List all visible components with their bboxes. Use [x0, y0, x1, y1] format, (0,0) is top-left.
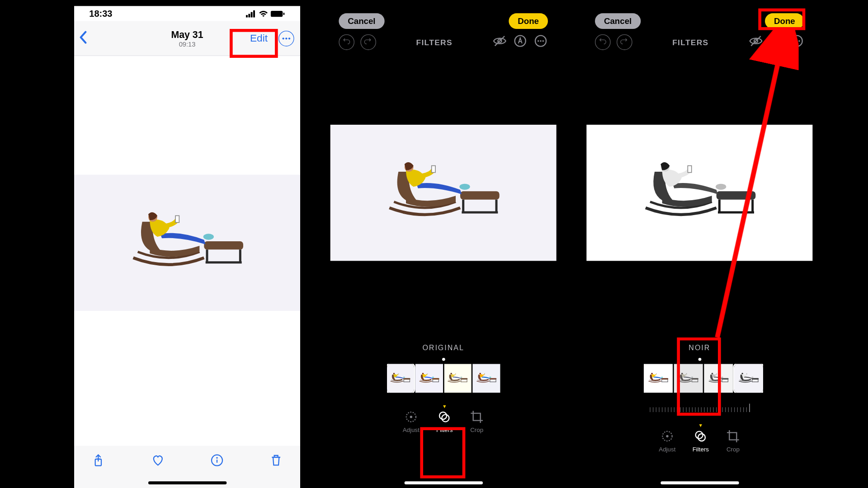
filter-strip[interactable]	[330, 364, 557, 393]
tab-crop[interactable]: Crop	[726, 429, 740, 452]
markup-button[interactable]	[769, 34, 783, 51]
undo-button[interactable]	[339, 34, 354, 50]
crop-icon	[726, 429, 740, 443]
caret-icon: ▼	[698, 423, 703, 428]
editor-photo-area[interactable]	[586, 54, 812, 331]
photos-viewer-screen: 18:33 May 31 09:13 Edit	[74, 6, 300, 488]
tab-filters-label: Filters	[436, 427, 453, 433]
crop-icon	[470, 410, 484, 424]
editor-photo-area[interactable]	[330, 54, 557, 331]
editor-screen-noir: Cancel Done FILTERS NOIR	[586, 6, 812, 488]
undo-icon	[342, 38, 351, 47]
favorite-button[interactable]	[150, 453, 166, 470]
chevron-left-icon	[79, 30, 88, 43]
filters-icon	[437, 410, 452, 424]
adjust-icon	[660, 429, 675, 443]
editor-tabs: Adjust ▼ Filters Crop	[330, 410, 557, 433]
editor-subheader: FILTERS	[330, 30, 557, 54]
editor-photo	[330, 125, 557, 261]
tab-adjust-label: Adjust	[403, 427, 420, 433]
ellipsis-icon	[282, 37, 291, 39]
filter-thumb-silvertone[interactable]	[704, 364, 733, 393]
filter-thumb-vivid[interactable]	[415, 364, 443, 393]
tab-adjust[interactable]: Adjust	[403, 410, 420, 433]
status-icons	[246, 10, 285, 17]
filter-thumb-noir[interactable]	[734, 364, 763, 393]
status-time: 18:33	[89, 9, 112, 19]
more-button[interactable]	[533, 34, 548, 51]
editor-subheader: FILTERS	[586, 30, 812, 54]
undo-button[interactable]	[595, 34, 611, 50]
tab-adjust[interactable]: Adjust	[659, 429, 675, 452]
editor-tabs: Adjust ▼ Filters Crop	[586, 429, 812, 452]
tab-adjust-label: Adjust	[659, 446, 675, 453]
current-filter-label: NOIR	[586, 343, 812, 352]
tab-filters-label: Filters	[693, 446, 709, 453]
intensity-slider[interactable]	[586, 404, 812, 412]
home-indicator[interactable]	[660, 481, 739, 484]
svg-point-31	[288, 38, 290, 39]
home-indicator[interactable]	[404, 481, 482, 484]
signal-icon	[246, 10, 256, 17]
more-icon	[533, 34, 548, 48]
filter-thumb-warm[interactable]	[444, 364, 472, 393]
markup-button[interactable]	[513, 34, 528, 51]
done-button[interactable]: Done	[765, 13, 804, 29]
cancel-button[interactable]: Cancel	[339, 13, 384, 29]
filter-thumb-cool[interactable]	[472, 364, 500, 393]
photo	[74, 175, 300, 311]
tab-filters[interactable]: ▼ Filters	[436, 410, 453, 433]
redo-button[interactable]	[617, 34, 632, 50]
cancel-button[interactable]: Cancel	[595, 13, 641, 29]
info-icon	[210, 453, 224, 468]
svg-point-29	[283, 38, 284, 39]
filter-thumb-original[interactable]	[387, 364, 414, 393]
nav-bar: May 31 09:13 Edit	[74, 21, 300, 56]
photo-date: May 31	[171, 29, 203, 40]
eye-off-icon	[492, 34, 507, 48]
current-filter-label: ORIGINAL	[330, 343, 557, 352]
svg-point-30	[285, 38, 287, 39]
info-button[interactable]	[210, 453, 224, 470]
redo-button[interactable]	[360, 34, 376, 50]
svg-rect-27	[271, 10, 283, 16]
status-bar: 18:33	[74, 6, 300, 21]
editor-header: Cancel Done	[330, 6, 557, 30]
photo-area[interactable]	[74, 56, 300, 430]
mode-label: FILTERS	[640, 38, 741, 47]
more-button[interactable]	[790, 34, 804, 51]
editor-header: Cancel Done	[586, 6, 812, 30]
undo-icon	[598, 38, 608, 47]
share-icon	[91, 453, 105, 469]
done-button[interactable]: Done	[509, 13, 548, 29]
compare-button[interactable]	[492, 34, 507, 51]
filter-thumb-dramatic-cool[interactable]	[643, 364, 672, 393]
svg-rect-26	[253, 10, 255, 17]
compare-button[interactable]	[749, 34, 763, 51]
redo-icon	[620, 38, 629, 47]
filter-indicator-dot	[442, 358, 445, 361]
tab-crop-label: Crop	[726, 446, 740, 453]
filter-strip[interactable]	[586, 364, 812, 393]
tab-crop[interactable]: Crop	[470, 410, 484, 433]
trash-icon	[269, 453, 283, 468]
photo-time: 09:13	[171, 40, 203, 47]
edit-button[interactable]: Edit	[243, 28, 275, 48]
more-button[interactable]	[278, 30, 294, 46]
delete-button[interactable]	[269, 453, 283, 470]
svg-rect-23	[246, 15, 248, 17]
home-indicator[interactable]	[148, 481, 226, 484]
wifi-icon	[259, 10, 268, 17]
title: May 31 09:13	[171, 29, 203, 47]
share-button[interactable]	[91, 453, 105, 471]
tab-filters[interactable]: ▼ Filters	[693, 429, 709, 452]
eye-off-icon	[749, 34, 763, 48]
back-button[interactable]	[74, 30, 87, 46]
more-icon	[790, 34, 804, 48]
heart-icon	[150, 453, 166, 468]
tab-crop-label: Crop	[470, 427, 483, 433]
svg-rect-25	[251, 12, 253, 17]
svg-rect-28	[283, 12, 285, 14]
filter-thumb-mono[interactable]	[674, 364, 703, 393]
slider-handle[interactable]	[749, 404, 750, 412]
